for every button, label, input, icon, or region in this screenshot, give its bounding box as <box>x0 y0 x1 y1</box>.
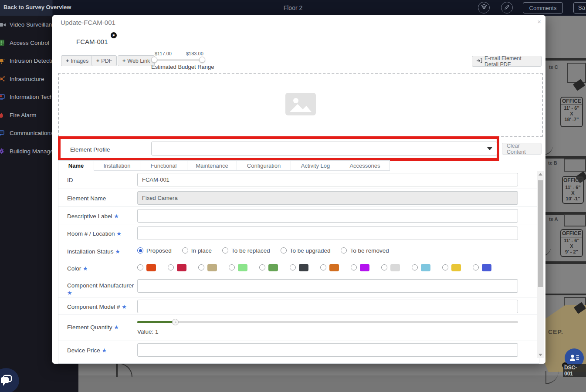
color-swatch <box>299 264 308 271</box>
room-location-input[interactable] <box>137 226 518 240</box>
radio-icon <box>259 264 265 270</box>
color-option-8[interactable] <box>381 264 400 271</box>
chat-bubbles-icon <box>0 375 13 387</box>
color-option-4[interactable] <box>259 264 278 271</box>
tab-installation[interactable]: Installation <box>94 160 140 171</box>
suite-c-label: te C <box>549 64 558 70</box>
radio-icon <box>229 264 235 270</box>
color-swatch <box>421 264 430 271</box>
component-manufacturer-input[interactable] <box>137 279 518 293</box>
clear-content-button[interactable]: Clear Content <box>502 143 542 155</box>
radio-icon <box>168 264 174 270</box>
quantity-slider-handle[interactable] <box>172 319 179 325</box>
wall <box>542 261 586 264</box>
element-quantity-label: Element Quantity ★ <box>58 315 137 341</box>
scroll-down-icon[interactable] <box>537 351 544 358</box>
color-option-2[interactable] <box>198 264 217 271</box>
component-manufacturer-label: Component Manufacturer★ <box>58 276 137 297</box>
save-button[interactable]: Sa <box>573 2 586 14</box>
radio-icon <box>281 247 287 253</box>
required-star-icon: ★ <box>114 324 119 331</box>
device-price-input[interactable] <box>137 343 518 357</box>
form-row-room-location: Room # / Location ★ <box>58 224 539 242</box>
pencil-icon <box>504 4 510 12</box>
radio-label: To be removed <box>350 247 389 254</box>
tab-maintenance[interactable]: Maintenance <box>187 160 237 171</box>
form-row-descriptive-label: Descriptive Label ★ <box>58 206 539 224</box>
radio-icon <box>320 264 326 270</box>
radio-to-be-replaced[interactable]: To be replaced <box>222 247 270 254</box>
descriptive-label-label: Descriptive Label ★ <box>58 207 137 224</box>
component-model-input[interactable] <box>137 300 518 313</box>
label-text: Descriptive Label <box>67 213 112 220</box>
color-option-0[interactable] <box>137 264 156 271</box>
user-list-icon <box>569 353 580 363</box>
required-star-icon: ★ <box>122 304 127 310</box>
comments-button[interactable]: Comments <box>523 2 563 14</box>
button-label: E-mail Element Detail PDF <box>484 55 537 68</box>
budget-range-slider[interactable] <box>152 59 204 61</box>
sidebar-item-label: Communications <box>10 130 54 136</box>
element-name-input <box>137 191 518 205</box>
radio-in-place[interactable]: In place <box>182 247 212 254</box>
color-option-5[interactable] <box>290 264 308 271</box>
color-option-10[interactable] <box>442 264 461 271</box>
room-dim: 18' -7" <box>561 117 582 122</box>
reception-label: CEP. <box>548 328 563 335</box>
add-web-link-button[interactable]: +Web Link <box>118 55 155 66</box>
color-option-9[interactable] <box>412 264 430 271</box>
budget-slider-handle-max[interactable] <box>199 57 205 63</box>
tab-configuration[interactable]: Configuration <box>237 160 291 171</box>
layers-button[interactable] <box>478 2 490 14</box>
color-option-11[interactable] <box>473 264 491 271</box>
radio-to-be-removed[interactable]: To be removed <box>341 247 389 254</box>
radio-icon <box>222 247 228 253</box>
quantity-slider[interactable] <box>137 321 518 323</box>
element-profile-highlight: Element Profile <box>58 136 499 161</box>
close-icon[interactable]: × <box>537 18 541 25</box>
radio-icon <box>182 247 188 253</box>
room-label-office-b: OFFICE 11' - 6" X 10' -1" <box>562 176 584 204</box>
tab-activity-log[interactable]: Activity Log <box>291 160 340 171</box>
device-price-label: Device Price ★ <box>58 341 137 364</box>
room-label-office-c: OFFICE 11' - 6" X 18' -7" <box>560 97 583 127</box>
add-images-button[interactable]: +Images <box>61 55 93 66</box>
quantity-value: Value: 1 <box>137 328 527 335</box>
add-pdf-button[interactable]: +PDF <box>91 55 117 66</box>
form-scrollbar[interactable] <box>537 171 544 358</box>
descriptive-label-input[interactable] <box>137 209 518 223</box>
color-swatch <box>329 264 339 271</box>
color-swatch <box>238 264 247 271</box>
image-dropzone[interactable] <box>58 73 543 137</box>
color-option-6[interactable] <box>320 264 339 271</box>
scroll-up-icon[interactable] <box>537 171 544 177</box>
element-name-label: Element Name <box>58 189 137 206</box>
form-row-installation-status: Installation Status ★ Proposed In place … <box>58 242 539 259</box>
color-swatch <box>390 264 400 271</box>
label-text: Device Price <box>67 347 100 354</box>
radio-icon <box>473 264 479 270</box>
radio-label: In place <box>191 247 212 254</box>
color-option-1[interactable] <box>168 264 186 271</box>
color-option-3[interactable] <box>229 264 247 271</box>
radio-proposed[interactable]: Proposed <box>137 247 172 254</box>
id-label: ID <box>58 171 137 189</box>
tab-name[interactable]: Name <box>58 160 94 171</box>
email-element-pdf-button[interactable]: E-mail Element Detail PDF <box>472 56 542 67</box>
id-input[interactable] <box>137 173 518 186</box>
network-hub-icon <box>0 76 6 82</box>
element-profile-label: Element Profile <box>70 146 110 153</box>
form-row-element-quantity: Element Quantity ★ Value: 1 <box>58 314 539 341</box>
tab-accessories[interactable]: Accessories <box>340 160 390 171</box>
radio-icon <box>442 264 448 270</box>
tab-functional[interactable]: Functional <box>140 160 187 171</box>
element-profile-select[interactable] <box>151 142 497 155</box>
edit-button[interactable] <box>501 2 513 14</box>
sidebar-item-label: Video Surveillance <box>10 21 58 28</box>
scrollbar-thumb[interactable] <box>538 180 543 287</box>
budget-slider-handle-min[interactable] <box>151 57 157 63</box>
radio-to-be-upgraded[interactable]: To be upgraded <box>281 247 331 254</box>
color-option-7[interactable] <box>351 264 369 271</box>
keypad-icon <box>0 40 6 46</box>
room-dim: 11' - 6" <box>561 105 582 111</box>
